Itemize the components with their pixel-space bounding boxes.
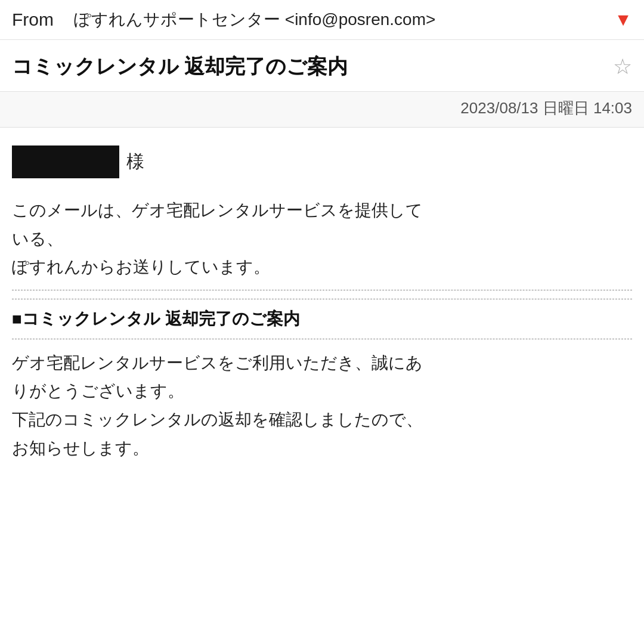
intro-line3: ぽすれんからお送りしています。 — [12, 258, 270, 276]
main-line1: ゲオ宅配レンタルサービスをご利用いただき、誠にあ — [12, 354, 423, 372]
from-address: ぽすれんサポートセンター <info@posren.com> — [74, 8, 608, 31]
date-text: 2023/08/13 日曜日 14:03 — [460, 98, 632, 119]
intro-paragraph: このメールは、ゲオ宅配レンタルサービスを提供して いる、 ぽすれんからお送りして… — [12, 196, 632, 281]
subject-text: コミックレンタル 返却完了のご案内 — [12, 53, 603, 80]
main-paragraph: ゲオ宅配レンタルサービスをご利用いただき、誠にあ りがとうございます。 下記のコ… — [12, 349, 632, 462]
email-body: 様 このメールは、ゲオ宅配レンタルサービスを提供して いる、 ぽすれんからお送り… — [0, 128, 644, 480]
divider-1 — [12, 290, 632, 290]
recipient-suffix: 様 — [126, 150, 144, 174]
divider-2 — [12, 299, 632, 299]
main-line2: りがとうございます。 — [12, 382, 184, 400]
main-line3: 下記のコミックレンタルの返却を確認しましたので、 — [12, 410, 423, 429]
email-header: From ぽすれんサポートセンター <info@posren.com> ▼ — [0, 0, 644, 40]
main-line4: お知らせします。 — [12, 439, 149, 457]
recipient-row: 様 — [12, 145, 632, 178]
chevron-down-icon[interactable]: ▼ — [614, 10, 632, 30]
date-row: 2023/08/13 日曜日 14:03 — [0, 92, 644, 128]
section-heading: ■コミックレンタル 返却完了のご案内 — [12, 308, 632, 330]
divider-3 — [12, 339, 632, 339]
from-label: From — [12, 10, 60, 30]
intro-line1: このメールは、ゲオ宅配レンタルサービスを提供して — [12, 201, 423, 219]
recipient-name-block — [12, 145, 119, 178]
subject-row: コミックレンタル 返却完了のご案内 ☆ — [0, 40, 644, 92]
star-icon[interactable]: ☆ — [613, 54, 632, 79]
intro-line2: いる、 — [12, 230, 63, 248]
